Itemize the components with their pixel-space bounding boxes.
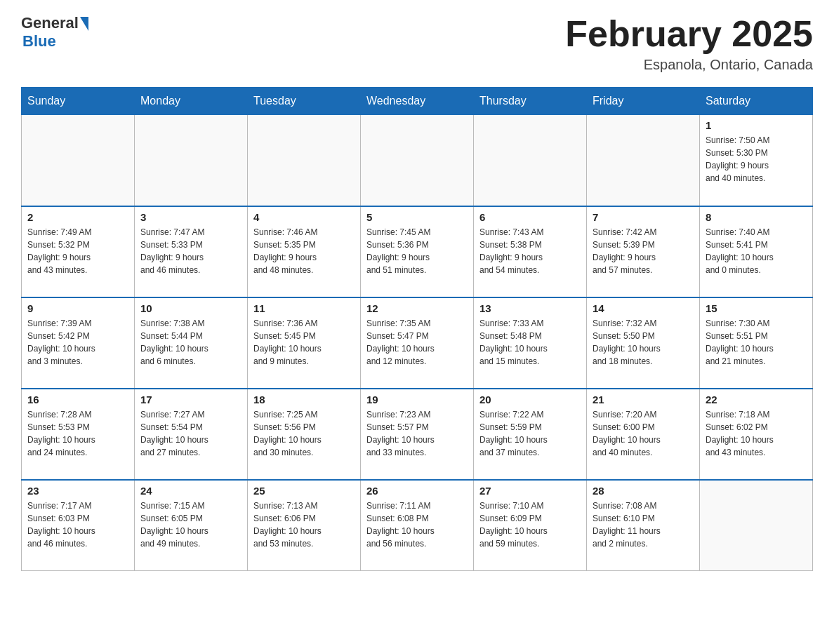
calendar-cell: 28Sunrise: 7:08 AM Sunset: 6:10 PM Dayli… [587, 480, 700, 571]
calendar-cell: 8Sunrise: 7:40 AM Sunset: 5:41 PM Daylig… [700, 206, 813, 297]
day-number: 27 [479, 485, 581, 497]
day-number: 3 [140, 211, 241, 223]
day-number: 14 [593, 302, 694, 314]
day-number: 28 [593, 485, 694, 497]
calendar-cell: 5Sunrise: 7:45 AM Sunset: 5:36 PM Daylig… [361, 206, 474, 297]
day-number: 13 [479, 302, 581, 314]
calendar-cell: 2Sunrise: 7:49 AM Sunset: 5:32 PM Daylig… [22, 206, 135, 297]
day-number: 18 [253, 394, 355, 405]
logo-blue-text: Blue [22, 32, 56, 51]
logo-triangle-icon [80, 17, 88, 31]
day-info: Sunrise: 7:32 AM Sunset: 5:50 PM Dayligh… [593, 317, 694, 368]
calendar-cell: 15Sunrise: 7:30 AM Sunset: 5:51 PM Dayli… [700, 297, 813, 389]
day-info: Sunrise: 7:38 AM Sunset: 5:44 PM Dayligh… [140, 317, 241, 368]
day-number: 7 [593, 211, 694, 223]
day-info: Sunrise: 7:33 AM Sunset: 5:48 PM Dayligh… [479, 317, 581, 368]
day-number: 9 [27, 302, 128, 314]
logo-general-text: General [21, 14, 79, 32]
logo: General Blue [21, 14, 88, 51]
header-wednesday: Wednesday [361, 88, 474, 115]
day-number: 17 [140, 394, 241, 405]
day-info: Sunrise: 7:30 AM Sunset: 5:51 PM Dayligh… [706, 317, 807, 368]
calendar-cell [587, 115, 700, 206]
day-info: Sunrise: 7:39 AM Sunset: 5:42 PM Dayligh… [27, 317, 128, 368]
page-header: General Blue February 2025 Espanola, Ont… [21, 14, 813, 73]
header-sunday: Sunday [22, 88, 135, 115]
day-info: Sunrise: 7:40 AM Sunset: 5:41 PM Dayligh… [706, 226, 807, 276]
week-row-2: 9Sunrise: 7:39 AM Sunset: 5:42 PM Daylig… [22, 297, 813, 389]
day-number: 2 [27, 211, 128, 223]
calendar-cell: 27Sunrise: 7:10 AM Sunset: 6:09 PM Dayli… [474, 480, 587, 571]
calendar-cell: 11Sunrise: 7:36 AM Sunset: 5:45 PM Dayli… [248, 297, 361, 389]
day-number: 24 [140, 485, 241, 497]
calendar-cell [361, 115, 474, 206]
day-info: Sunrise: 7:23 AM Sunset: 5:57 PM Dayligh… [366, 408, 468, 459]
day-info: Sunrise: 7:43 AM Sunset: 5:38 PM Dayligh… [479, 226, 581, 276]
day-info: Sunrise: 7:11 AM Sunset: 6:08 PM Dayligh… [366, 499, 468, 550]
week-row-4: 23Sunrise: 7:17 AM Sunset: 6:03 PM Dayli… [22, 480, 813, 571]
day-number: 19 [366, 394, 468, 405]
calendar-cell: 18Sunrise: 7:25 AM Sunset: 5:56 PM Dayli… [248, 389, 361, 480]
calendar-cell: 23Sunrise: 7:17 AM Sunset: 6:03 PM Dayli… [22, 480, 135, 571]
calendar-cell: 12Sunrise: 7:35 AM Sunset: 5:47 PM Dayli… [361, 297, 474, 389]
day-number: 5 [366, 211, 468, 223]
day-info: Sunrise: 7:50 AM Sunset: 5:30 PM Dayligh… [706, 134, 807, 185]
day-info: Sunrise: 7:18 AM Sunset: 6:02 PM Dayligh… [706, 408, 807, 459]
day-number: 20 [479, 394, 581, 405]
weekday-header-row: Sunday Monday Tuesday Wednesday Thursday… [22, 88, 813, 115]
title-section: February 2025 Espanola, Ontario, Canada [565, 14, 813, 73]
day-number: 1 [706, 119, 807, 131]
day-number: 25 [253, 485, 355, 497]
day-info: Sunrise: 7:49 AM Sunset: 5:32 PM Dayligh… [27, 226, 128, 276]
calendar-cell [22, 115, 135, 206]
header-friday: Friday [587, 88, 700, 115]
calendar-cell: 4Sunrise: 7:46 AM Sunset: 5:35 PM Daylig… [248, 206, 361, 297]
calendar-cell [135, 115, 248, 206]
day-info: Sunrise: 7:15 AM Sunset: 6:05 PM Dayligh… [140, 499, 241, 550]
week-row-3: 16Sunrise: 7:28 AM Sunset: 5:53 PM Dayli… [22, 389, 813, 480]
day-info: Sunrise: 7:46 AM Sunset: 5:35 PM Dayligh… [253, 226, 355, 276]
calendar-cell: 16Sunrise: 7:28 AM Sunset: 5:53 PM Dayli… [22, 389, 135, 480]
calendar-cell: 7Sunrise: 7:42 AM Sunset: 5:39 PM Daylig… [587, 206, 700, 297]
day-info: Sunrise: 7:42 AM Sunset: 5:39 PM Dayligh… [593, 226, 694, 276]
calendar-cell: 9Sunrise: 7:39 AM Sunset: 5:42 PM Daylig… [22, 297, 135, 389]
calendar-cell: 25Sunrise: 7:13 AM Sunset: 6:06 PM Dayli… [248, 480, 361, 571]
day-info: Sunrise: 7:47 AM Sunset: 5:33 PM Dayligh… [140, 226, 241, 276]
calendar-cell: 20Sunrise: 7:22 AM Sunset: 5:59 PM Dayli… [474, 389, 587, 480]
header-tuesday: Tuesday [248, 88, 361, 115]
calendar-location: Espanola, Ontario, Canada [565, 57, 813, 73]
day-info: Sunrise: 7:45 AM Sunset: 5:36 PM Dayligh… [366, 226, 468, 276]
day-info: Sunrise: 7:22 AM Sunset: 5:59 PM Dayligh… [479, 408, 581, 459]
day-number: 11 [253, 302, 355, 314]
calendar-cell: 10Sunrise: 7:38 AM Sunset: 5:44 PM Dayli… [135, 297, 248, 389]
calendar-cell: 6Sunrise: 7:43 AM Sunset: 5:38 PM Daylig… [474, 206, 587, 297]
calendar-cell: 26Sunrise: 7:11 AM Sunset: 6:08 PM Dayli… [361, 480, 474, 571]
calendar-cell [474, 115, 587, 206]
calendar-cell: 21Sunrise: 7:20 AM Sunset: 6:00 PM Dayli… [587, 389, 700, 480]
day-number: 10 [140, 302, 241, 314]
calendar-cell: 17Sunrise: 7:27 AM Sunset: 5:54 PM Dayli… [135, 389, 248, 480]
day-number: 22 [706, 394, 807, 405]
calendar-cell: 22Sunrise: 7:18 AM Sunset: 6:02 PM Dayli… [700, 389, 813, 480]
day-info: Sunrise: 7:28 AM Sunset: 5:53 PM Dayligh… [27, 408, 128, 459]
calendar-cell: 19Sunrise: 7:23 AM Sunset: 5:57 PM Dayli… [361, 389, 474, 480]
day-number: 15 [706, 302, 807, 314]
header-monday: Monday [135, 88, 248, 115]
day-info: Sunrise: 7:25 AM Sunset: 5:56 PM Dayligh… [253, 408, 355, 459]
day-number: 12 [366, 302, 468, 314]
day-info: Sunrise: 7:17 AM Sunset: 6:03 PM Dayligh… [27, 499, 128, 550]
calendar-table: Sunday Monday Tuesday Wednesday Thursday… [21, 87, 813, 571]
day-number: 8 [706, 211, 807, 223]
calendar-title: February 2025 [565, 14, 813, 54]
day-info: Sunrise: 7:10 AM Sunset: 6:09 PM Dayligh… [479, 499, 581, 550]
week-row-1: 2Sunrise: 7:49 AM Sunset: 5:32 PM Daylig… [22, 206, 813, 297]
calendar-cell: 13Sunrise: 7:33 AM Sunset: 5:48 PM Dayli… [474, 297, 587, 389]
day-info: Sunrise: 7:35 AM Sunset: 5:47 PM Dayligh… [366, 317, 468, 368]
day-number: 16 [27, 394, 128, 405]
header-saturday: Saturday [700, 88, 813, 115]
calendar-cell [700, 480, 813, 571]
calendar-cell: 1Sunrise: 7:50 AM Sunset: 5:30 PM Daylig… [700, 115, 813, 206]
week-row-0: 1Sunrise: 7:50 AM Sunset: 5:30 PM Daylig… [22, 115, 813, 206]
day-number: 26 [366, 485, 468, 497]
day-number: 6 [479, 211, 581, 223]
